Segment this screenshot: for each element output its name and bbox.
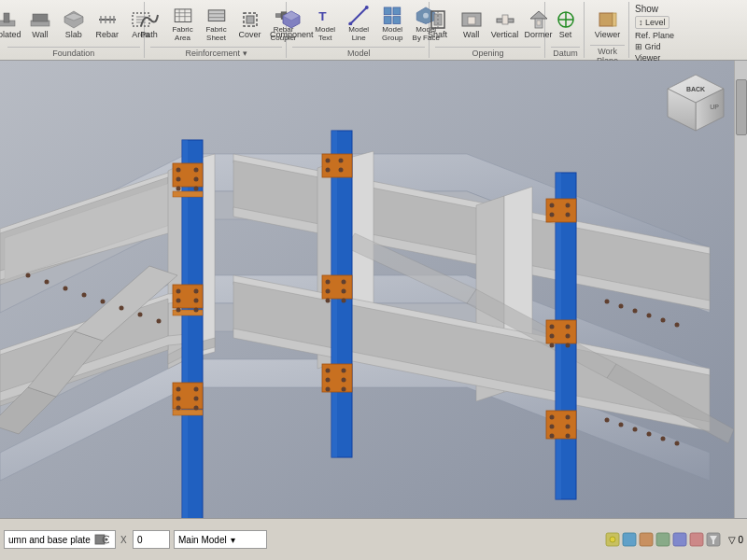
svg-point-137: [550, 203, 555, 208]
svg-rect-141: [546, 320, 576, 343]
svg-point-139: [566, 203, 571, 208]
model-selector[interactable]: Main Model ▾: [174, 530, 267, 549]
svg-rect-136: [546, 199, 576, 222]
svg-rect-24: [247, 16, 254, 23]
svg-point-145: [566, 325, 571, 329]
level-control[interactable]: ↕ Level: [635, 16, 669, 29]
fabric-sheet-button[interactable]: FabricSheet: [201, 4, 233, 45]
svg-point-103: [176, 289, 181, 294]
svg-rect-53: [599, 13, 613, 26]
slab-label: Slab: [65, 31, 82, 40]
model-name: Main Model: [178, 535, 227, 545]
cover-button[interactable]: Cover: [234, 4, 266, 45]
svg-point-121: [339, 168, 344, 173]
svg-point-120: [339, 159, 344, 163]
svg-point-142: [550, 325, 555, 329]
svg-point-165: [661, 437, 666, 441]
slab-icon: [63, 9, 84, 30]
cover-label: Cover: [239, 31, 261, 40]
model-line-label: ModelLine: [348, 26, 369, 43]
svg-rect-34: [384, 7, 391, 15]
3d-viewport[interactable]: BACK UP: [0, 61, 747, 518]
path-button[interactable]: Path: [134, 4, 165, 45]
rebar-button[interactable]: Rebar: [92, 4, 123, 45]
viewer-button[interactable]: Viewer: [592, 4, 624, 45]
svg-point-170: [82, 293, 87, 298]
wall-opening-icon: [461, 9, 482, 30]
dormer-icon: [529, 9, 549, 30]
svg-point-185: [610, 537, 615, 542]
rebar-icon: [97, 9, 118, 30]
element-description-field[interactable]: umn and base plate: [4, 530, 116, 549]
svg-rect-187: [640, 533, 653, 546]
svg-rect-37: [393, 17, 401, 24]
vertical-scrollbar[interactable]: [734, 61, 747, 518]
foundation-group: Isolated Wall Slab: [4, 2, 145, 58]
slab-button[interactable]: Slab: [58, 4, 90, 45]
svg-rect-190: [690, 533, 703, 546]
svg-rect-186: [623, 533, 636, 546]
svg-point-156: [619, 304, 624, 309]
svg-text:X: X: [120, 535, 127, 545]
svg-rect-1: [4, 13, 9, 22]
svg-rect-44: [468, 17, 475, 24]
vertical-button[interactable]: Vertical: [489, 4, 521, 45]
show-label: Show: [635, 4, 658, 14]
svg-point-112: [176, 397, 181, 401]
model-line-button[interactable]: ModelLine: [343, 4, 374, 45]
svg-marker-47: [530, 11, 547, 19]
work-plane-icons-row: Viewer: [592, 4, 624, 45]
svg-point-149: [550, 415, 555, 420]
svg-point-104: [176, 299, 181, 303]
navigation-cube[interactable]: BACK UP: [663, 70, 728, 135]
set-button[interactable]: Set: [550, 4, 582, 45]
coord-icon: X: [120, 534, 131, 545]
model-text-button[interactable]: T ModelText: [309, 4, 341, 45]
scrollbar-thumb[interactable]: [736, 79, 747, 135]
svg-rect-46: [502, 15, 508, 24]
opening-icons-row: Shaft Wall Vertical: [422, 4, 555, 45]
x-coord-field[interactable]: 0: [133, 530, 170, 549]
svg-rect-3: [33, 14, 48, 21]
svg-point-132: [326, 387, 331, 392]
svg-point-96: [176, 177, 181, 182]
svg-point-106: [194, 289, 199, 294]
level-row: ↕ Level: [635, 16, 740, 29]
shaft-button[interactable]: Shaft: [422, 4, 454, 45]
wall-foundation-button[interactable]: Wall: [24, 4, 56, 45]
model-group-button[interactable]: ModelGroup: [376, 4, 408, 45]
svg-point-138: [550, 213, 555, 217]
svg-point-159: [661, 318, 666, 323]
x-coord-value: 0: [137, 535, 143, 545]
svg-point-158: [647, 314, 652, 318]
shaft-icon: [428, 9, 448, 30]
svg-point-128: [342, 299, 346, 303]
svg-point-168: [45, 280, 49, 285]
svg-point-151: [550, 434, 555, 439]
filter-count[interactable]: ▽ 0: [728, 535, 743, 545]
fabric-sheet-label: FabricSheet: [205, 26, 226, 43]
structural-scene: [0, 61, 734, 518]
svg-point-113: [176, 406, 181, 411]
svg-point-182: [105, 539, 107, 541]
svg-rect-49: [537, 21, 541, 25]
svg-point-143: [550, 334, 555, 339]
svg-rect-101: [173, 285, 203, 308]
svg-point-124: [326, 289, 331, 294]
isolated-button[interactable]: Isolated: [0, 4, 22, 45]
component-label: Component: [270, 31, 314, 40]
svg-point-166: [675, 441, 680, 446]
grid-row: ⊞ Grid: [635, 42, 740, 51]
datum-group: Set Datum: [547, 2, 585, 58]
component-button[interactable]: Component: [275, 4, 307, 45]
svg-point-116: [194, 406, 199, 411]
fabric-area-button[interactable]: FabricArea: [167, 4, 199, 45]
grid-label: ⊞ Grid: [635, 42, 661, 51]
wall-opening-button[interactable]: Wall: [456, 4, 487, 45]
opening-group: Shaft Wall Vertical: [431, 2, 545, 58]
opening-group-label: Opening: [435, 47, 541, 58]
set-icon: [556, 9, 576, 30]
svg-point-153: [566, 425, 571, 429]
svg-point-154: [566, 434, 571, 439]
svg-rect-117: [322, 154, 352, 177]
